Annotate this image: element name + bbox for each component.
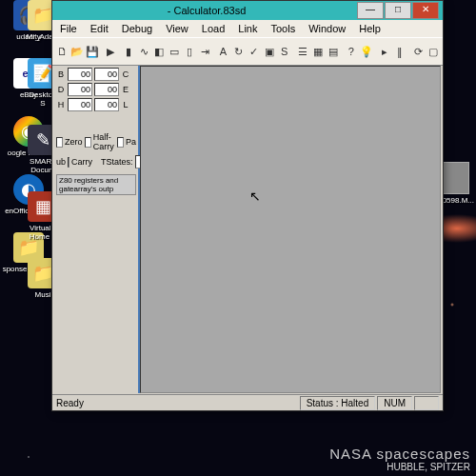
step-icon[interactable]: ▸ [377,41,392,62]
reg-h-input[interactable] [68,98,92,111]
zero-checkbox[interactable] [56,137,63,148]
reg-h-label: H [56,100,66,109]
play-icon[interactable]: ▶ [103,41,118,62]
status-num: NUM [377,396,412,410]
reg-c-label: C [121,69,130,79]
music-icon[interactable]: ▢ [426,41,441,62]
main-view[interactable]: ↖ [140,66,441,393]
registers-panel: B C D E H L Zero Half-Carry Pa [54,66,140,393]
grid-icon[interactable]: ▦ [310,41,326,62]
reg-b-label: B [56,69,66,79]
loop-icon[interactable]: ⟳ [410,41,426,62]
reg-l-input[interactable] [94,98,119,111]
reg-e-input[interactable] [94,83,119,96]
reg-e-label: E [121,85,130,94]
status-halted: Status : Halted [300,396,376,410]
text-icon[interactable]: A [215,41,230,62]
info-icon[interactable]: 💡 [359,41,374,62]
status-grip [414,396,439,410]
pa-checkbox[interactable] [117,137,124,148]
minimize-button[interactable]: — [357,2,384,19]
frame-icon[interactable]: ▭ [167,41,182,62]
reg-d-input[interactable] [68,83,92,96]
mark-icon[interactable]: ▣ [262,41,277,62]
snap-icon[interactable]: S [277,41,292,62]
help-icon[interactable]: ? [344,41,359,62]
wave-icon[interactable]: ∿ [136,41,151,62]
redo-icon[interactable]: ↻ [231,41,247,62]
status-ready: Ready [56,398,84,408]
panel-icon[interactable]: ▯ [182,41,197,62]
menu-file[interactable]: File [54,22,83,35]
status-bar: Ready Status : Halted NUM [52,394,443,410]
chart-icon[interactable]: ▮ [121,41,136,62]
title-bar[interactable]: - Calculator.83sd — □ ✕ [52,1,443,20]
new-icon[interactable]: 🗋 [54,41,69,62]
save-icon[interactable]: 💾 [85,41,100,62]
menu-debug[interactable]: Debug [116,22,158,35]
mouse-cursor-icon: ↖ [249,188,261,204]
toolbar: 🗋 📂 💾 ▶ ▮ ∿ ◧ ▭ ▯ ⇥ A ↻ ✓ ▣ S ☰ ▦ ▤ ? 💡 … [52,37,443,66]
arrow-icon[interactable]: ⇥ [197,41,212,62]
menu-link[interactable]: Link [232,22,263,35]
grid2-icon[interactable]: ▤ [326,41,341,62]
pause-icon[interactable]: ‖ [392,41,407,62]
menu-tools[interactable]: Tools [265,22,301,35]
close-button[interactable]: ✕ [412,2,439,19]
reg-b2-input[interactable] [94,68,119,81]
section-label: Z80 registers and gatearray's outp [56,174,136,195]
menu-help[interactable]: Help [353,22,387,35]
menu-edit[interactable]: Edit [85,22,114,35]
menu-bar: File Edit Debug View Load Link Tools Win… [52,20,443,37]
check-icon[interactable]: ✓ [247,41,262,62]
halfcarry-checkbox[interactable] [85,137,91,148]
window-title: - Calculator.83sd [56,5,357,16]
menu-view[interactable]: View [160,22,194,35]
carry-checkbox[interactable] [68,157,69,168]
maximize-button[interactable]: □ [385,2,411,19]
menu-window[interactable]: Window [303,22,351,35]
toggle-icon[interactable]: ◧ [151,41,167,62]
calculator-window: - Calculator.83sd — □ ✕ File Edit Debug … [51,0,444,411]
list-icon[interactable]: ☰ [295,41,310,62]
reg-b-input[interactable] [68,68,92,81]
reg-d-label: D [56,85,66,94]
reg-l-label: L [121,100,130,109]
menu-load[interactable]: Load [196,22,230,35]
wallpaper-credits: NASA spacescapes HUBBLE, SPITZER [329,446,470,472]
open-icon[interactable]: 📂 [69,41,85,62]
